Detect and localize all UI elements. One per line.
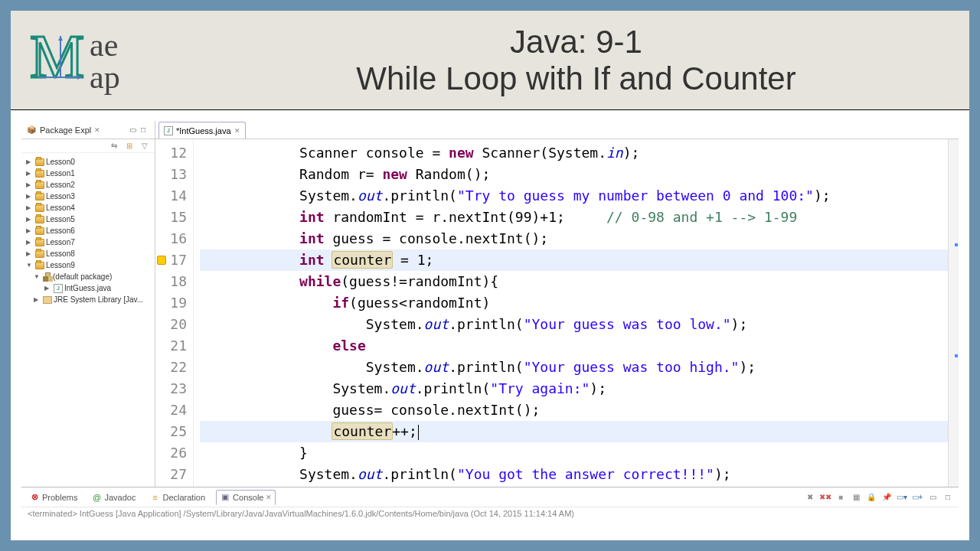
editor-body[interactable]: 1213141516171819202122232425262728 Scann… <box>155 139 959 487</box>
console-toolbar: ✖ ✖✖ ■ ▦ 🔒 📌 ▭▾ ▭+ ▭ □ <box>804 491 954 504</box>
display-console-icon[interactable]: ▭▾ <box>896 491 908 504</box>
pin-console-icon[interactable]: 📌 <box>880 491 893 504</box>
tree-item-jre-system-library-jav-[interactable]: ▶ JRE System Library [Jav... <box>23 294 153 305</box>
maximize-icon[interactable]: □ <box>141 126 145 134</box>
code-line-28[interactable]: } <box>200 485 959 487</box>
code-line-27[interactable]: System.out.println("You got the answer c… <box>200 464 959 485</box>
code-line-22[interactable]: System.out.println("Your guess was too h… <box>200 357 959 378</box>
bottom-tab-declaration[interactable]: ≡Declaration <box>146 491 208 504</box>
vertical-scrollbar[interactable] <box>948 139 959 487</box>
twist-icon[interactable]: ▶ <box>44 282 52 294</box>
open-console-icon[interactable]: ▭+ <box>911 491 923 504</box>
twist-icon[interactable]: ▶ <box>26 214 34 225</box>
project-tree[interactable]: ▶ Lesson0▶ Lesson1▶ Lesson2▶ Lesson3▶ Le… <box>21 153 155 308</box>
twist-icon[interactable]: ▶ <box>26 236 34 248</box>
tree-label: Lesson2 <box>46 179 75 191</box>
code-line-24[interactable]: guess= console.nextInt(); <box>200 399 959 421</box>
twist-icon[interactable]: ▶ <box>26 168 34 179</box>
console-status: <terminated> IntGuess [Java Application]… <box>21 507 959 530</box>
close-tab-icon[interactable]: ✕ <box>234 127 240 135</box>
tree-item-lesson8[interactable]: ▶ Lesson8 <box>23 248 153 259</box>
link-editor-icon[interactable]: ⊞ <box>124 141 135 152</box>
twist-icon[interactable]: ▶ <box>26 156 34 168</box>
code-line-16[interactable]: int guess = console.nextInt(); <box>200 228 959 249</box>
code-line-21[interactable]: else <box>200 335 959 357</box>
code-area[interactable]: Scanner console = new Scanner(System.in)… <box>194 139 959 487</box>
twist-icon[interactable]: ▶ <box>26 179 34 191</box>
code-line-12[interactable]: Scanner console = new Scanner(System.in)… <box>200 142 959 164</box>
code-line-13[interactable]: Random r= new Random(); <box>200 164 959 185</box>
editor-tab-intguess[interactable]: J *IntGuess.java ✕ <box>158 122 246 139</box>
twist-icon[interactable]: ▶ <box>26 225 34 236</box>
remove-all-icon[interactable]: ✖✖ <box>819 491 831 504</box>
logo-text-bottom: ap <box>90 60 120 95</box>
maximize-panel-icon[interactable]: □ <box>942 491 954 504</box>
gutter-line: 24 <box>158 399 187 421</box>
line-gutter: 1213141516171819202122232425262728 <box>155 139 194 487</box>
code-line-17[interactable]: int counter = 1; <box>200 249 959 271</box>
tree-item-lesson6[interactable]: ▶ Lesson6 <box>23 225 153 236</box>
tree-item-intguess-java[interactable]: ▶J IntGuess.java <box>23 282 153 294</box>
package-explorer-tab[interactable]: 📦 Package Expl ✕ ▭ □ <box>21 121 155 139</box>
tree-item-lesson9[interactable]: ▼ Lesson9 <box>23 259 153 271</box>
tree-item-lesson1[interactable]: ▶ Lesson1 <box>23 168 153 179</box>
tree-item-lesson2[interactable]: ▶ Lesson2 <box>23 179 153 191</box>
tree-item--default-package-[interactable]: ▼ (default package) <box>23 271 153 282</box>
gutter-line: 13 <box>158 164 187 185</box>
bottom-tab-label: Javadoc <box>104 493 136 502</box>
folder-icon <box>35 250 44 258</box>
twist-icon[interactable]: ▶ <box>26 202 34 214</box>
twist-icon[interactable]: ▶ <box>26 191 34 202</box>
gutter-line: 27 <box>158 464 187 485</box>
bottom-tab-javadoc[interactable]: @Javadoc <box>88 491 139 504</box>
tree-item-lesson5[interactable]: ▶ Lesson5 <box>23 214 153 225</box>
logo: M ae ap <box>30 18 183 103</box>
terminate-icon[interactable]: ■ <box>835 491 847 504</box>
code-line-23[interactable]: System.out.println("Try again:"); <box>200 378 959 399</box>
collapse-all-icon[interactable]: ⇆ <box>109 141 119 152</box>
gutter-line: 22 <box>158 357 187 378</box>
tree-label: Lesson3 <box>46 191 75 202</box>
gutter-line: 18 <box>158 271 187 292</box>
gutter-line: 28 <box>158 485 187 487</box>
view-menu-icon[interactable]: ▽ <box>139 141 150 152</box>
tree-item-lesson3[interactable]: ▶ Lesson3 <box>23 191 153 202</box>
tree-item-lesson4[interactable]: ▶ Lesson4 <box>23 202 153 214</box>
bottom-tab-problems[interactable]: ⊗Problems <box>26 491 80 504</box>
remove-launch-icon[interactable]: ✖ <box>804 491 816 504</box>
bottom-tab-label: Console <box>233 493 263 502</box>
folder-icon <box>35 170 44 178</box>
code-line-25[interactable]: counter++; <box>200 421 959 442</box>
clear-console-icon[interactable]: ▦ <box>850 491 862 504</box>
gutter-line: 21 <box>158 335 187 357</box>
code-line-19[interactable]: if(guess<randomInt) <box>200 292 959 314</box>
minimize-icon[interactable]: ▭ <box>129 126 136 134</box>
code-line-18[interactable]: while(guess!=randomInt){ <box>200 271 959 292</box>
minimize-panel-icon[interactable]: ▭ <box>926 491 939 504</box>
gutter-line: 26 <box>158 442 187 464</box>
javadoc-icon: @ <box>91 492 102 503</box>
close-icon[interactable]: ✕ <box>266 494 272 501</box>
tree-item-lesson0[interactable]: ▶ Lesson0 <box>23 156 153 168</box>
tree-item-lesson7[interactable]: ▶ Lesson7 <box>23 236 153 248</box>
code-line-26[interactable]: } <box>200 442 959 464</box>
tree-label: Lesson4 <box>46 202 75 214</box>
code-line-20[interactable]: System.out.println("Your guess was too l… <box>200 314 959 335</box>
declaration-icon: ≡ <box>149 492 160 503</box>
bottom-tab-console[interactable]: ▣Console ✕ <box>216 490 276 505</box>
code-line-14[interactable]: System.out.println("Try to guess my numb… <box>200 185 959 207</box>
twist-icon[interactable]: ▶ <box>34 294 41 305</box>
tree-label: Lesson1 <box>46 168 75 179</box>
editor-tab-label: *IntGuess.java <box>176 126 231 135</box>
close-icon[interactable]: ✕ <box>94 126 100 134</box>
tree-label: Lesson6 <box>46 225 75 236</box>
code-line-15[interactable]: int randomInt = r.nextInt(99)+1; // 0-98… <box>200 207 959 228</box>
twist-icon[interactable]: ▼ <box>26 259 34 271</box>
twist-icon[interactable]: ▶ <box>26 248 34 259</box>
twist-icon[interactable]: ▼ <box>34 271 41 282</box>
sidebar-toolbar: ⇆ ⊞ ▽ <box>21 139 155 153</box>
folder-icon <box>35 158 44 166</box>
tree-label: Lesson7 <box>46 236 75 248</box>
scroll-lock-icon[interactable]: 🔒 <box>865 491 877 504</box>
tree-label: (default package) <box>53 271 112 282</box>
